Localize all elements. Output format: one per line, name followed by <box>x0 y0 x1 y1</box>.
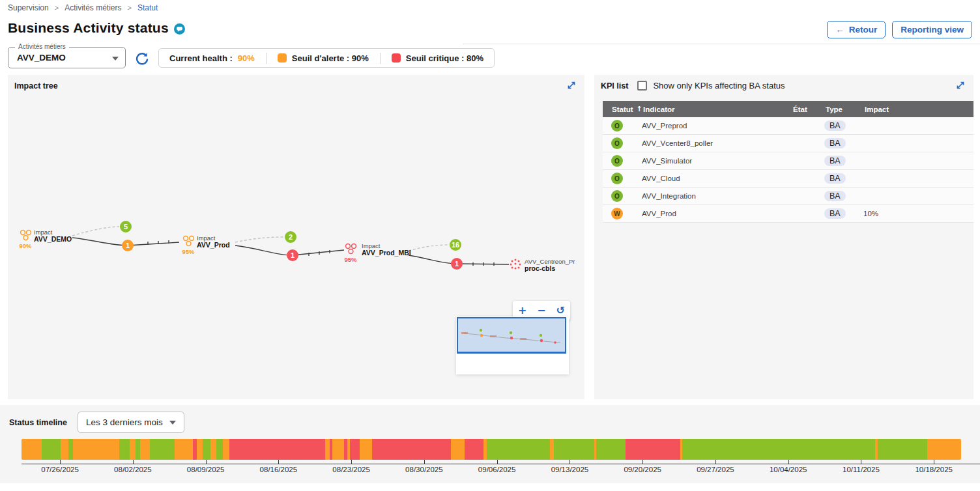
ok-count-badge[interactable]: 2 <box>285 231 296 243</box>
tree-node-avv-demo[interactable]: 90% Impact AVV_DEMO <box>19 229 72 249</box>
svg-text:5: 5 <box>124 223 128 231</box>
reporting-view-button[interactable]: Reporting view <box>892 21 972 38</box>
breadcrumb-statut[interactable]: Statut <box>137 3 158 12</box>
kpi-list-panel: KPI list Show only KPIs affecting BA sta… <box>594 75 973 399</box>
timeline-segment-warning[interactable] <box>22 439 42 460</box>
table-row[interactable]: OAVV_CloudBA <box>603 170 973 188</box>
svg-text:95%: 95% <box>344 256 357 263</box>
critical-count-badge[interactable]: 1 <box>451 258 463 270</box>
ok-count-badge[interactable]: 16 <box>450 239 461 251</box>
timeline-segment-ok[interactable] <box>203 439 210 460</box>
timeline-segment-warning[interactable] <box>360 439 372 460</box>
chevron-down-icon <box>169 421 176 425</box>
breadcrumb-activites-metiers[interactable]: Activités métiers <box>65 3 121 12</box>
refresh-button[interactable] <box>134 51 150 66</box>
axis-tick <box>206 460 207 464</box>
business-activity-select[interactable]: Activités métiers AVV_DEMO <box>8 47 126 68</box>
alert-threshold: Seuil d'alerte : 90% <box>278 53 369 63</box>
axis-tick <box>934 460 934 464</box>
svg-text:1: 1 <box>126 242 130 249</box>
timeline-segment-warning[interactable] <box>210 439 216 460</box>
column-type[interactable]: Type <box>824 105 863 113</box>
timeline-segment-warning[interactable] <box>61 439 68 460</box>
timeline-segment-ok[interactable] <box>68 439 73 460</box>
tree-node-avv-prod-mbi[interactable]: 95% Impact AVV_Prod_MBI <box>344 242 411 263</box>
indicator-cell: AVV_Cloud <box>642 175 792 182</box>
status-chip: O <box>611 173 623 184</box>
timeline-segment-critical[interactable] <box>465 439 483 460</box>
timeline-segment-ok[interactable] <box>136 439 140 460</box>
axis-tick-label: 09/13/2025 <box>551 466 589 473</box>
indicator-cell: AVV_Preprod <box>642 122 792 130</box>
timeline-segment-warning[interactable] <box>175 439 193 460</box>
timeline-segment-ok[interactable] <box>682 439 875 460</box>
zoom-in-button[interactable]: + <box>518 305 526 316</box>
column-indicator[interactable]: Indicator <box>642 105 792 113</box>
timeline-segment-critical[interactable] <box>350 439 360 460</box>
timeline-segment-ok[interactable] <box>150 439 175 460</box>
timeline-segment-critical[interactable] <box>626 439 680 460</box>
kpi-list-header: KPI list Show only KPIs affecting BA sta… <box>594 75 973 94</box>
axis-tick <box>715 460 716 464</box>
status-timeline-section: Status timeline Les 3 derniers mois 07/2… <box>0 405 980 483</box>
timeline-segment-critical[interactable] <box>372 439 451 460</box>
timeline-segment-ok[interactable] <box>596 439 626 460</box>
timeline-segment-ok[interactable] <box>119 439 130 460</box>
svg-text:95%: 95% <box>182 248 195 255</box>
axis-tick-label: 10/04/2025 <box>770 466 807 473</box>
timeline-range-value: Les 3 derniers mois <box>86 417 163 427</box>
zoom-out-button[interactable]: − <box>537 305 545 316</box>
timeline-segment-warning[interactable] <box>451 439 465 460</box>
timeline-segment-warning[interactable] <box>140 439 150 460</box>
table-row[interactable]: OAVV_SimulatorBA <box>603 152 973 170</box>
column-statut[interactable]: Statut ↑ <box>603 105 642 113</box>
svg-text:90%: 90% <box>19 242 32 249</box>
type-cell: BA <box>824 156 863 166</box>
timeline-segment-ok[interactable] <box>878 439 927 460</box>
timeline-segment-warning[interactable] <box>332 439 344 460</box>
impact-cell: 10% <box>863 210 973 217</box>
axis-tick-label: 08/23/2025 <box>332 466 370 473</box>
table-row[interactable]: OAVV_PreprodBA <box>603 117 973 135</box>
axis-tick-label: 08/16/2025 <box>260 466 298 473</box>
expand-icon[interactable] <box>566 80 577 91</box>
timeline-segment-ok[interactable] <box>554 439 594 460</box>
tree-node-avv-prod[interactable]: 95% Impact AVV_Prod <box>182 234 229 255</box>
timeline-segment-warning[interactable] <box>197 439 203 460</box>
breadcrumb-supervision[interactable]: Supervision <box>8 3 49 12</box>
critical-count-badge[interactable]: 1 <box>287 249 298 261</box>
ok-count-badge[interactable]: 5 <box>120 221 132 232</box>
timeline-segment-ok[interactable] <box>487 439 550 460</box>
table-row[interactable]: OAVV_IntegrationBA <box>603 188 973 205</box>
timeline-segment-warning[interactable] <box>130 439 136 460</box>
timeline-range-select[interactable]: Les 3 derniers mois <box>78 412 184 433</box>
timeline-segment-critical[interactable] <box>229 439 325 460</box>
critical-color-swatch <box>392 53 401 63</box>
current-health-value: 90% <box>238 53 255 63</box>
svg-text:AVV_DEMO: AVV_DEMO <box>34 235 72 243</box>
business-activity-status-page: Supervision > Activités métiers > Statut… <box>0 0 980 491</box>
timeline-segment-warning[interactable] <box>325 439 330 460</box>
tree-node-avv-centreon-service[interactable]: AVV_Centreon_Pr proc-cbls <box>510 258 575 272</box>
type-cell: BA <box>824 173 863 184</box>
show-only-kpis-checkbox[interactable] <box>637 81 647 91</box>
kpi-filter-label: Show only KPIs affecting BA status <box>653 81 785 91</box>
timeline-segment-ok[interactable] <box>216 439 223 460</box>
column-impact[interactable]: Impact <box>863 105 973 113</box>
breadcrumb-separator: > <box>128 4 132 12</box>
timeline-segment-warning[interactable] <box>927 439 961 460</box>
warning-color-swatch <box>278 53 287 63</box>
warning-count-badge[interactable]: 1 <box>122 240 134 251</box>
zoom-reset-icon[interactable]: ↺ <box>556 305 565 316</box>
back-button[interactable]: ← Retour <box>827 21 886 38</box>
comment-bubble-icon[interactable] <box>174 23 185 35</box>
expand-icon[interactable] <box>955 80 966 91</box>
timeline-segment-warning[interactable] <box>223 439 229 460</box>
timeline-segment-warning[interactable] <box>73 439 119 460</box>
tree-minimap[interactable] <box>456 316 569 374</box>
table-row[interactable]: WAVV_ProdBA10% <box>603 205 973 223</box>
column-etat[interactable]: État <box>792 105 824 113</box>
table-row[interactable]: OAVV_Vcenter8_pollerBA <box>603 135 973 152</box>
svg-text:16: 16 <box>452 241 459 249</box>
timeline-segment-ok[interactable] <box>42 439 61 460</box>
